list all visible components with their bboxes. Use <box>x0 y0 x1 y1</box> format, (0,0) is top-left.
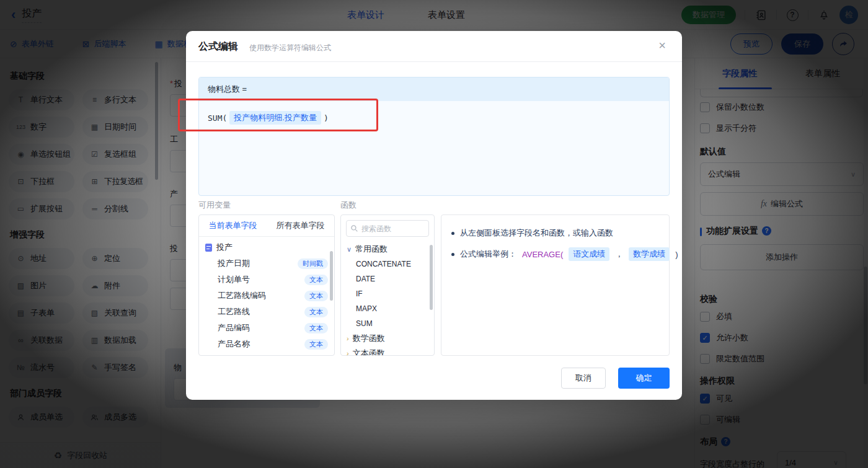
function-group-common[interactable]: ∨ 常用函数 <box>341 242 434 257</box>
checkbox-unchecked[interactable] <box>700 123 710 133</box>
notification-bell-icon[interactable] <box>817 8 831 22</box>
field-subform[interactable]: ▤子表单 <box>9 302 74 324</box>
tab-form-design[interactable]: 表单设计 <box>347 9 384 21</box>
field-recycle-bin[interactable]: ♻ 字段回收站 <box>0 442 161 468</box>
field-member-multi[interactable]: 成员多选 <box>82 407 148 428</box>
divider-icon: ═ <box>89 205 100 213</box>
field-linked-data[interactable]: ∞关联数据 <box>9 330 74 351</box>
required-checkbox[interactable]: 必填 <box>700 311 732 322</box>
group-title-basic: 基础字段 <box>10 71 152 82</box>
tab-form-settings[interactable]: 表单设置 <box>428 9 465 21</box>
field-single-line-text[interactable]: T单行文本 <box>9 89 74 110</box>
variable-row[interactable]: 产品名称 文本 <box>199 336 334 352</box>
function-search[interactable] <box>346 220 429 237</box>
panel-scrollbar-thumb[interactable] <box>864 267 867 384</box>
close-icon[interactable]: × <box>658 39 666 51</box>
function-item[interactable]: SUM <box>341 316 434 331</box>
function-item[interactable]: MAPX <box>341 301 434 316</box>
save-button[interactable]: 保存 <box>781 33 823 55</box>
example-field-token: 数学成绩 <box>629 247 670 261</box>
field-datetime[interactable]: ▦日期时间 <box>82 117 148 138</box>
field-width-select[interactable]: 1/4 ∨ <box>777 451 846 468</box>
chart-icon: ▥ <box>89 336 100 345</box>
help-icon[interactable]: ? <box>786 8 799 22</box>
function-item[interactable]: IF <box>341 286 434 301</box>
checkbox-unchecked[interactable] <box>700 312 710 322</box>
tab-field-properties[interactable]: 字段属性 <box>722 68 757 79</box>
field-number[interactable]: 123数字 <box>9 117 74 138</box>
field-multi-select[interactable]: ⊞下拉复选框 <box>82 171 148 192</box>
field-extend-button[interactable]: ▭扩展按钮 <box>9 198 74 219</box>
share-button[interactable] <box>832 33 854 55</box>
help-badge-icon[interactable]: ? <box>721 437 730 446</box>
field-checkbox-group[interactable]: ☑复选框组 <box>82 144 148 165</box>
field-select[interactable]: ⊡下拉框 <box>9 171 74 192</box>
user-avatar[interactable]: 检 <box>839 6 858 24</box>
field-image[interactable]: ▨图片 <box>9 275 74 296</box>
keep-decimal-checkbox[interactable]: 保留小数位数 <box>700 102 764 113</box>
field-divider[interactable]: ═分割线 <box>82 198 148 219</box>
default-value-select[interactable]: 公式编辑 ∨ <box>700 162 864 186</box>
modal-subtitle: 使用数学运算符编辑公式 <box>249 43 331 53</box>
formula-function-name: SUM( <box>208 113 227 123</box>
variables-scrollbar[interactable] <box>330 251 333 301</box>
script-icon: ⊠ <box>82 39 90 49</box>
tab-form-properties[interactable]: 表单属性 <box>805 68 840 79</box>
formula-field-token[interactable]: 投产物料明细.投产数量 <box>229 111 321 125</box>
sidebar-scrollbar[interactable] <box>155 62 158 180</box>
function-item[interactable]: CONCATENATE <box>341 257 434 272</box>
limit-range-checkbox[interactable]: 限定数值范围 <box>700 353 764 364</box>
function-group-text[interactable]: › 文本函数 <box>341 346 434 356</box>
field-member-single[interactable]: 成员单选 <box>9 407 74 428</box>
default-value-title: 默认值 <box>700 146 726 157</box>
variable-row[interactable]: 工艺路线 文本 <box>199 304 334 320</box>
variable-row[interactable]: 计划单号 文本 <box>199 272 334 288</box>
preview-button[interactable]: 预览 <box>730 33 773 55</box>
backend-script-button[interactable]: ⊠ 后端脚本 <box>82 38 126 50</box>
panel-scrollbar-track[interactable] <box>864 58 867 468</box>
add-action-button[interactable]: 添加操作 <box>700 244 864 270</box>
field-geolocation[interactable]: ⊕定位 <box>82 248 148 269</box>
field-lookup[interactable]: ▧关联查询 <box>82 302 148 324</box>
chevron-expanded-icon: ∨ <box>347 245 352 254</box>
contact-book-icon[interactable] <box>754 8 768 22</box>
formula-expression[interactable]: SUM( 投产物料明细.投产数量 ) <box>199 101 669 135</box>
target-icon: ⊕ <box>89 254 100 263</box>
form-title[interactable]: 投产 <box>22 7 42 23</box>
editable-checkbox[interactable]: 可编辑 <box>700 414 740 425</box>
function-search-input[interactable] <box>361 224 423 233</box>
formula-editor-area[interactable]: 物料总数 = SUM( 投产物料明细.投产数量 ) <box>198 77 670 196</box>
tab-all-form-fields[interactable]: 所有表单字段 <box>267 215 334 236</box>
linked-data-icon: ∞ <box>16 336 26 345</box>
function-group-math[interactable]: › 数学函数 <box>341 331 434 346</box>
cancel-button[interactable]: 取消 <box>561 368 606 389</box>
back-icon[interactable]: ‹ <box>11 8 16 22</box>
tab-current-form-fields[interactable]: 当前表单字段 <box>199 215 267 236</box>
field-address[interactable]: ⊙地址 <box>9 248 74 269</box>
field-multi-line-text[interactable]: ≡多行文本 <box>82 89 148 110</box>
checkbox-checked[interactable]: ✓ <box>700 333 710 343</box>
variables-tree-root[interactable]: 投产 <box>199 237 334 255</box>
external-link-button[interactable]: ⊘ 表单外链 <box>10 38 54 50</box>
field-signature[interactable]: ✎手写签名 <box>82 357 148 378</box>
field-attachment[interactable]: ☁附件 <box>82 275 148 296</box>
checkbox-unchecked[interactable] <box>700 102 710 112</box>
function-item[interactable]: DATE <box>341 272 434 286</box>
field-serial-number[interactable]: №流水号 <box>9 357 74 378</box>
help-badge-icon[interactable]: ? <box>762 226 771 236</box>
confirm-button[interactable]: 确定 <box>618 368 670 389</box>
variable-row[interactable]: 产品编码 文本 <box>199 320 334 336</box>
thousands-separator-checkbox[interactable]: 显示千分符 <box>700 123 756 134</box>
checkbox-unchecked[interactable] <box>700 415 710 425</box>
variable-row[interactable]: 工艺路线编码 文本 <box>199 288 334 304</box>
field-data-load[interactable]: ▥数据加载 <box>82 330 148 351</box>
variable-row[interactable]: 投产日期 时间戳 <box>199 255 334 272</box>
visible-checkbox[interactable]: ✓ 可见 <box>700 393 732 404</box>
edit-formula-button[interactable]: fx 编辑公式 <box>700 192 864 216</box>
checkbox-checked[interactable]: ✓ <box>700 394 710 404</box>
field-radio-group[interactable]: ◉单选按钮组 <box>9 144 74 165</box>
checkbox-unchecked[interactable] <box>700 354 710 364</box>
functions-scrollbar[interactable] <box>430 245 433 310</box>
data-manage-button[interactable]: 数据管理 <box>681 6 736 24</box>
allow-decimal-checkbox[interactable]: ✓ 允许小数 <box>700 332 748 343</box>
